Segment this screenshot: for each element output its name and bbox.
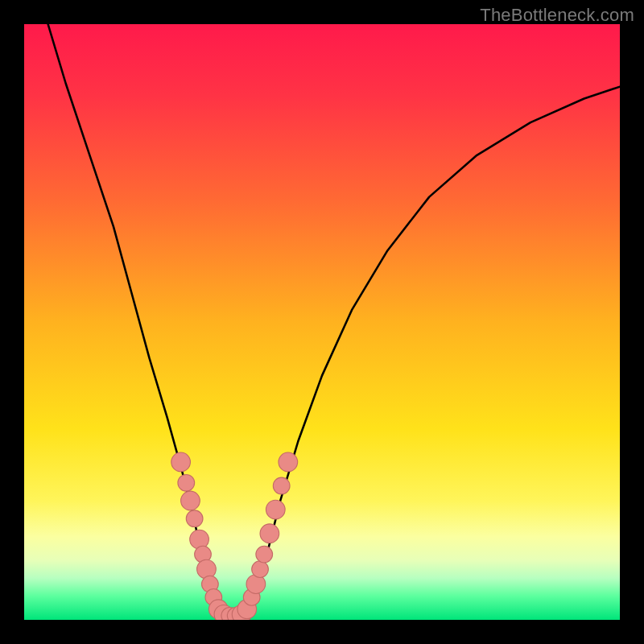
data-marker <box>252 561 269 578</box>
data-marker <box>266 500 285 519</box>
data-marker <box>178 474 195 491</box>
watermark-text: TheBottleneck.com <box>480 5 634 26</box>
marker-cluster <box>171 452 298 620</box>
data-marker <box>273 477 290 494</box>
plot-area <box>24 24 620 620</box>
data-marker <box>260 524 279 543</box>
data-marker <box>181 491 200 510</box>
data-marker <box>171 452 191 472</box>
bottleneck-curve <box>24 24 620 620</box>
chart-frame: TheBottleneck.com <box>0 0 644 644</box>
data-marker <box>279 452 298 472</box>
data-marker <box>186 510 203 527</box>
data-marker <box>256 546 273 563</box>
